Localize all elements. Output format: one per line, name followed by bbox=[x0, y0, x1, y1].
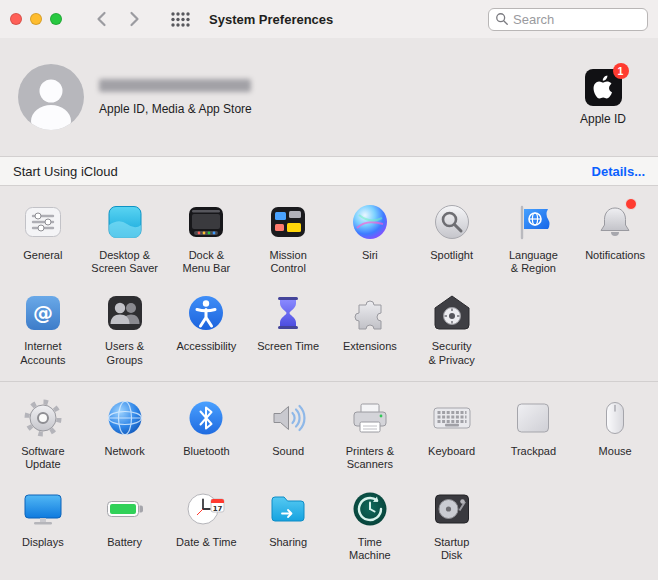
grid-dots-icon bbox=[170, 11, 191, 28]
minimize-button[interactable] bbox=[30, 13, 42, 25]
trackpad-icon bbox=[511, 396, 555, 440]
sharing-icon bbox=[266, 487, 310, 531]
search-icon bbox=[495, 12, 509, 26]
pref-item-internet-accounts[interactable]: @Internet Accounts bbox=[2, 291, 84, 366]
search-field[interactable] bbox=[488, 8, 648, 31]
pref-item-sharing[interactable]: Sharing bbox=[247, 487, 329, 562]
titlebar: System Preferences bbox=[0, 0, 658, 38]
software-update-icon bbox=[21, 396, 65, 440]
mission-control-icon bbox=[266, 200, 310, 244]
pref-item-label: Network bbox=[104, 445, 144, 458]
pref-item-label: Desktop & Screen Saver bbox=[91, 249, 158, 275]
pref-item-security-privacy[interactable]: Security & Privacy bbox=[411, 291, 493, 366]
show-all-grid-button[interactable] bbox=[170, 6, 191, 32]
accessibility-icon bbox=[184, 291, 228, 335]
pref-item-label: Internet Accounts bbox=[20, 340, 65, 366]
pref-item-label: Time Machine bbox=[349, 536, 391, 562]
pref-item-label: Software Update bbox=[21, 445, 64, 471]
security-privacy-icon bbox=[430, 291, 474, 335]
pref-item-general[interactable]: General bbox=[2, 200, 84, 275]
pref-item-bluetooth[interactable]: Bluetooth bbox=[166, 396, 248, 471]
pref-item-label: General bbox=[23, 249, 62, 262]
window-controls bbox=[10, 13, 62, 25]
pref-item-desktop-screen-saver[interactable]: Desktop & Screen Saver bbox=[84, 200, 166, 275]
pref-item-dock-menu-bar[interactable]: Dock & Menu Bar bbox=[166, 200, 248, 275]
apple-id-label: Apple ID bbox=[580, 112, 626, 126]
pref-item-label: Spotlight bbox=[430, 249, 473, 262]
pref-item-time-machine[interactable]: Time Machine bbox=[329, 487, 411, 562]
apple-id-badge: 1 bbox=[613, 63, 629, 79]
startup-disk-icon bbox=[430, 487, 474, 531]
apple-id-section: Apple ID, Media & App Store 1 Apple ID bbox=[0, 38, 658, 156]
icloud-banner: Start Using iCloud Details... bbox=[0, 156, 658, 186]
extensions-icon bbox=[348, 291, 392, 335]
search-input[interactable] bbox=[513, 12, 641, 27]
pref-item-label: Trackpad bbox=[511, 445, 556, 458]
sound-icon bbox=[266, 396, 310, 440]
displays-icon bbox=[21, 487, 65, 531]
pref-item-mission-control[interactable]: Mission Control bbox=[247, 200, 329, 275]
svg-text:17: 17 bbox=[213, 505, 223, 513]
internet-accounts-icon: @ bbox=[21, 291, 65, 335]
pref-item-trackpad[interactable]: Trackpad bbox=[493, 396, 575, 471]
general-icon bbox=[21, 200, 65, 244]
pref-item-users-groups[interactable]: Users & Groups bbox=[84, 291, 166, 366]
pref-item-label: Screen Time bbox=[257, 340, 319, 353]
pref-item-network[interactable]: Network bbox=[84, 396, 166, 471]
pref-item-displays[interactable]: Displays bbox=[2, 487, 84, 562]
pref-item-language-region[interactable]: Language & Region bbox=[493, 200, 575, 275]
battery-icon bbox=[103, 487, 147, 531]
preferences-grid: GeneralDesktop & Screen SaverDock & Menu… bbox=[0, 186, 658, 580]
pref-item-date-time[interactable]: 17Date & Time bbox=[166, 487, 248, 562]
pref-item-accessibility[interactable]: Accessibility bbox=[166, 291, 248, 366]
pref-item-label: Printers & Scanners bbox=[346, 445, 394, 471]
pref-item-label: Dock & Menu Bar bbox=[183, 249, 231, 275]
pref-item-mouse[interactable]: Mouse bbox=[574, 396, 656, 471]
keyboard-icon bbox=[430, 396, 474, 440]
pref-item-label: Keyboard bbox=[428, 445, 475, 458]
pref-item-label: Security & Privacy bbox=[428, 340, 474, 366]
pref-item-extensions[interactable]: Extensions bbox=[329, 291, 411, 366]
pref-item-sound[interactable]: Sound bbox=[247, 396, 329, 471]
details-link[interactable]: Details... bbox=[592, 164, 645, 179]
pref-item-software-update[interactable]: Software Update bbox=[2, 396, 84, 471]
forward-button[interactable] bbox=[124, 6, 144, 32]
pref-item-label: Notifications bbox=[585, 249, 645, 262]
language-region-icon bbox=[511, 200, 555, 244]
pref-item-siri[interactable]: Siri bbox=[329, 200, 411, 275]
apple-id-button[interactable]: 1 Apple ID bbox=[564, 69, 642, 126]
svg-text:@: @ bbox=[33, 301, 53, 325]
pref-item-notifications[interactable]: Notifications bbox=[574, 200, 656, 275]
account-subtitle: Apple ID, Media & App Store bbox=[99, 102, 252, 116]
network-icon bbox=[103, 396, 147, 440]
spotlight-icon bbox=[430, 200, 474, 244]
desktop-screensaver-icon bbox=[103, 200, 147, 244]
users-groups-icon bbox=[103, 291, 147, 335]
pref-item-label: Siri bbox=[362, 249, 378, 262]
pref-item-label: Bluetooth bbox=[183, 445, 229, 458]
back-button[interactable] bbox=[92, 6, 112, 32]
chevron-right-icon bbox=[124, 9, 144, 29]
pref-item-label: Users & Groups bbox=[105, 340, 144, 366]
pref-item-label: Startup Disk bbox=[434, 536, 469, 562]
account-info: Apple ID, Media & App Store bbox=[99, 79, 252, 116]
pref-item-label: Displays bbox=[22, 536, 64, 549]
pref-item-startup-disk[interactable]: Startup Disk bbox=[411, 487, 493, 562]
pref-group-hardware: Software UpdateNetworkBluetoothSoundPrin… bbox=[0, 382, 658, 577]
pref-item-screen-time[interactable]: Screen Time bbox=[247, 291, 329, 366]
close-button[interactable] bbox=[10, 13, 22, 25]
dock-menubar-icon bbox=[184, 200, 228, 244]
system-preferences-window: System Preferences Apple ID, Media & App… bbox=[0, 0, 658, 580]
pref-item-label: Sound bbox=[272, 445, 304, 458]
screen-time-icon bbox=[266, 291, 310, 335]
pref-item-spotlight[interactable]: Spotlight bbox=[411, 200, 493, 275]
pref-item-printers-scanners[interactable]: Printers & Scanners bbox=[329, 396, 411, 471]
pref-item-keyboard[interactable]: Keyboard bbox=[411, 396, 493, 471]
person-silhouette-icon bbox=[18, 64, 84, 130]
pref-item-battery[interactable]: Battery bbox=[84, 487, 166, 562]
zoom-button[interactable] bbox=[50, 13, 62, 25]
avatar[interactable] bbox=[18, 64, 84, 130]
pref-item-label: Extensions bbox=[343, 340, 397, 353]
pref-item-label: Sharing bbox=[269, 536, 307, 549]
pref-item-label: Mission Control bbox=[269, 249, 306, 275]
